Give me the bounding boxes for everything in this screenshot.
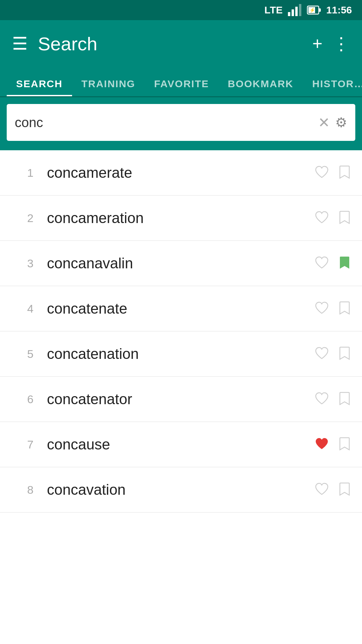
- svg-rect-2: [295, 7, 298, 16]
- tab-favorite[interactable]: FAVORITE: [145, 78, 219, 96]
- add-icon[interactable]: +: [312, 34, 322, 54]
- word-actions: [314, 210, 352, 226]
- word-label[interactable]: concause: [47, 436, 314, 453]
- tab-search[interactable]: SEARCH: [7, 78, 72, 96]
- bookmark-icon[interactable]: [337, 482, 352, 498]
- word-label[interactable]: concavation: [47, 481, 314, 498]
- word-actions: [314, 165, 352, 181]
- bookmark-icon[interactable]: [337, 391, 352, 407]
- bookmark-icon[interactable]: [337, 301, 352, 317]
- app-bar: ☰ Search + ⋮: [0, 20, 362, 67]
- word-label[interactable]: concatenate: [47, 300, 314, 317]
- list-item: 4concatenate: [0, 286, 362, 331]
- word-actions: [314, 391, 352, 407]
- search-settings-icon[interactable]: ⚙: [335, 115, 347, 130]
- svg-rect-3: [299, 4, 301, 16]
- word-index: 2: [10, 212, 34, 225]
- lte-indicator: LTE: [264, 4, 283, 16]
- bookmark-icon[interactable]: [337, 210, 352, 226]
- word-index: 8: [10, 483, 34, 496]
- word-index: 6: [10, 393, 34, 406]
- word-index: 3: [10, 257, 34, 270]
- search-input[interactable]: [15, 115, 313, 130]
- word-index: 1: [10, 166, 34, 179]
- more-options-icon[interactable]: ⋮: [333, 34, 350, 54]
- clear-search-icon[interactable]: ✕: [318, 114, 330, 131]
- favorite-icon[interactable]: [314, 255, 329, 271]
- signal-icon: [287, 3, 302, 17]
- word-index: 5: [10, 347, 34, 361]
- tabs-bar: SEARCH TRAINING FAVORITE BOOKMARK HISTOR…: [0, 67, 362, 97]
- bookmark-icon[interactable]: [337, 346, 352, 362]
- bookmark-icon[interactable]: [337, 436, 352, 452]
- status-icons: LTE ⚡ 11:56: [264, 3, 352, 17]
- svg-rect-5: [319, 8, 321, 12]
- menu-icon[interactable]: ☰: [12, 34, 28, 54]
- list-item: 6concatenator: [0, 377, 362, 422]
- list-item: 7concause: [0, 422, 362, 467]
- svg-rect-0: [288, 12, 290, 16]
- svg-text:⚡: ⚡: [309, 7, 315, 13]
- favorite-icon[interactable]: [314, 301, 329, 317]
- tab-training[interactable]: TRAINING: [72, 78, 145, 96]
- word-actions: [314, 301, 352, 317]
- word-label[interactable]: concamerate: [47, 164, 314, 181]
- search-area: ✕ ⚙: [0, 97, 362, 150]
- word-actions: [314, 346, 352, 362]
- page-title: Search: [38, 33, 302, 55]
- list-item: 5concatenation: [0, 331, 362, 377]
- favorite-icon[interactable]: [314, 165, 329, 181]
- list-item: 8concavation: [0, 467, 362, 513]
- svg-rect-1: [292, 9, 294, 16]
- status-bar: LTE ⚡ 11:56: [0, 0, 362, 20]
- list-item: 1concamerate: [0, 150, 362, 196]
- favorite-icon[interactable]: [314, 346, 329, 362]
- list-item: 2concameration: [0, 196, 362, 241]
- word-index: 4: [10, 302, 34, 315]
- word-label[interactable]: concanavalin: [47, 255, 314, 272]
- word-list: 1concamerate2concameration3concanavalin4…: [0, 150, 362, 513]
- search-box: ✕ ⚙: [7, 104, 355, 141]
- word-label[interactable]: concatenation: [47, 345, 314, 362]
- tab-history[interactable]: HISTOR…: [303, 78, 362, 96]
- word-index: 7: [10, 438, 34, 451]
- favorite-icon[interactable]: [314, 210, 329, 226]
- word-actions: [314, 255, 352, 271]
- word-actions: [314, 436, 352, 452]
- favorite-icon[interactable]: [314, 391, 329, 407]
- word-label[interactable]: concameration: [47, 210, 314, 226]
- time-display: 11:56: [326, 4, 352, 16]
- bookmark-icon[interactable]: [337, 165, 352, 181]
- favorite-icon[interactable]: [314, 482, 329, 498]
- bookmark-icon[interactable]: [337, 255, 352, 271]
- list-item: 3concanavalin: [0, 241, 362, 286]
- tab-bookmark[interactable]: BOOKMARK: [218, 78, 303, 96]
- word-actions: [314, 482, 352, 498]
- word-label[interactable]: concatenator: [47, 391, 314, 408]
- favorite-icon[interactable]: [314, 436, 329, 452]
- battery-icon: ⚡: [307, 3, 321, 17]
